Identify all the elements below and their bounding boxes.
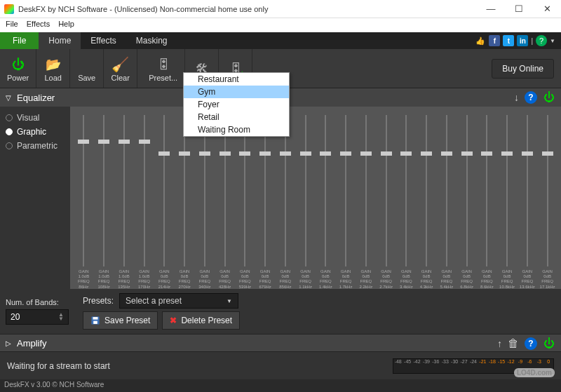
slider-thumb[interactable]: [300, 151, 311, 156]
tab-masking[interactable]: Masking: [126, 32, 177, 49]
buy-online-button[interactable]: Buy Online: [492, 59, 554, 79]
dropdown-item[interactable]: Gym: [184, 86, 289, 98]
slider-thumb[interactable]: [98, 140, 109, 144]
save-button[interactable]: Save: [70, 49, 104, 88]
slider-thumb[interactable]: [239, 151, 250, 156]
slider-thumb[interactable]: [280, 151, 291, 156]
dropdown-item[interactable]: Waiting Room: [184, 123, 289, 136]
num-bands-input[interactable]: 20 ▲▼: [6, 309, 69, 325]
save-preset-button[interactable]: Save Preset: [83, 311, 158, 330]
slider-thumb[interactable]: [421, 151, 432, 156]
slider-thumb[interactable]: [381, 151, 392, 156]
dropdown-item[interactable]: Restaurant: [184, 73, 289, 86]
tab-effects[interactable]: Effects: [81, 32, 126, 49]
equalizer-power-icon[interactable]: ⏻: [543, 91, 555, 104]
facebook-icon[interactable]: f: [489, 35, 500, 46]
spinner-icon[interactable]: ▲▼: [58, 313, 64, 320]
band-slider[interactable]: GAIN0dBFREQ6.8kHz: [457, 112, 476, 286]
meter-tick: -42: [412, 359, 421, 364]
slider-thumb[interactable]: [340, 151, 351, 156]
load-button[interactable]: 📂 Load: [36, 49, 70, 88]
slider-thumb[interactable]: [542, 151, 553, 156]
band-label: GAIN0dBFREQ8.6kHz: [480, 269, 494, 286]
slider-thumb[interactable]: [461, 151, 473, 156]
amplify-help-icon[interactable]: ?: [525, 337, 537, 350]
band-label: GAIN0dBFREQ214Hz: [158, 269, 170, 286]
slider-track: [426, 115, 427, 266]
slider-track: [144, 115, 145, 266]
slider-thumb[interactable]: [139, 140, 150, 144]
band-slider[interactable]: GAIN0dBFREQ2.7kHz: [377, 112, 396, 286]
slider-thumb[interactable]: [400, 151, 412, 156]
dropdown-item[interactable]: Foyer: [184, 98, 289, 111]
slider-thumb[interactable]: [501, 151, 513, 156]
band-slider[interactable]: GAIN0dBFREQ539Hz: [236, 112, 255, 286]
band-slider[interactable]: GAIN0dBFREQ13.6kHz: [518, 112, 537, 286]
twitter-icon[interactable]: t: [503, 35, 514, 46]
eq-mode-label: Parametric: [17, 141, 58, 151]
band-slider[interactable]: GAIN0dBFREQ428Hz: [215, 112, 234, 286]
band-slider[interactable]: GAIN0dBFREQ5.4kHz: [438, 112, 457, 286]
slider-thumb[interactable]: [481, 151, 492, 156]
amplify-header[interactable]: ▷ Amplify ↑ 🗑 ? ⏻: [0, 334, 561, 352]
help-icon[interactable]: ?: [536, 35, 547, 46]
band-slider[interactable]: GAIN0dBFREQ8.6kHz: [478, 112, 496, 286]
slider-thumb[interactable]: [259, 151, 271, 156]
band-slider[interactable]: GAIN0dBFREQ270Hz: [175, 112, 194, 286]
trash-icon[interactable]: 🗑: [508, 337, 519, 350]
delete-preset-button[interactable]: ✖ Delete Preset: [162, 311, 240, 330]
menu-help[interactable]: Help: [54, 18, 79, 32]
linkedin-icon[interactable]: in: [517, 35, 528, 46]
move-down-icon[interactable]: ↓: [514, 92, 519, 103]
slider-thumb[interactable]: [199, 151, 210, 156]
power-button[interactable]: ⏻ Power: [0, 49, 36, 88]
eq-mode-visual[interactable]: Visual: [0, 111, 70, 125]
band-slider[interactable]: GAIN1.0dBFREQ86Hz: [74, 112, 93, 286]
slider-thumb[interactable]: [119, 140, 130, 144]
move-up-icon[interactable]: ↑: [497, 338, 502, 349]
like-icon[interactable]: 👍: [475, 35, 486, 46]
eq-mode-graphic[interactable]: Graphic: [0, 125, 70, 139]
maximize-button[interactable]: ☐: [505, 0, 533, 18]
dropdown-item[interactable]: Retail: [184, 111, 289, 123]
band-slider[interactable]: GAIN1.0dBFREQ108Hz: [95, 112, 114, 286]
menu-file[interactable]: File: [1, 18, 22, 32]
band-slider[interactable]: GAIN0dBFREQ1.4kHz: [316, 112, 335, 286]
amplify-power-icon[interactable]: ⏻: [543, 337, 555, 350]
menu-effects[interactable]: Effects: [22, 18, 54, 32]
help-dropdown-icon[interactable]: ▼: [550, 38, 555, 44]
band-slider[interactable]: GAIN0dBFREQ10.8kHz: [498, 112, 517, 286]
band-slider[interactable]: GAIN0dBFREQ4.3kHz: [417, 112, 436, 286]
slider-thumb[interactable]: [360, 151, 372, 156]
slider-track: [365, 115, 367, 266]
slider-thumb[interactable]: [320, 151, 331, 156]
band-slider[interactable]: GAIN0dBFREQ1.1kHz: [296, 112, 315, 286]
slider-thumb[interactable]: [441, 151, 452, 156]
clear-button[interactable]: 🧹 Clear: [104, 49, 137, 88]
band-slider[interactable]: GAIN0dBFREQ2.2kHz: [357, 112, 376, 286]
band-slider[interactable]: GAIN1.0dBFREQ135Hz: [115, 112, 134, 286]
close-button[interactable]: ✕: [533, 0, 561, 18]
amplify-title: Amplify: [17, 338, 47, 349]
band-slider[interactable]: GAIN0dBFREQ17.1kHz: [538, 112, 557, 286]
band-slider[interactable]: GAIN0dBFREQ679Hz: [256, 112, 275, 286]
eq-mode-parametric[interactable]: Parametric: [0, 139, 70, 153]
band-slider[interactable]: GAIN0dBFREQ3.4kHz: [397, 112, 416, 286]
band-slider[interactable]: GAIN0dBFREQ1.7kHz: [337, 112, 356, 286]
band-slider[interactable]: GAIN0dBFREQ214Hz: [155, 112, 174, 286]
tab-file[interactable]: File: [0, 32, 39, 49]
slider-thumb[interactable]: [522, 151, 533, 156]
slider-thumb[interactable]: [158, 151, 170, 156]
equalizer-help-icon[interactable]: ?: [525, 91, 537, 104]
band-slider[interactable]: GAIN1.0dBFREQ170Hz: [135, 112, 154, 286]
band-slider[interactable]: GAIN0dBFREQ856Hz: [276, 112, 295, 286]
band-slider[interactable]: GAIN0dBFREQ340Hz: [196, 112, 215, 286]
minimize-button[interactable]: —: [477, 0, 505, 18]
slider-thumb[interactable]: [78, 140, 89, 144]
slider-thumb[interactable]: [219, 151, 231, 156]
tab-home[interactable]: Home: [39, 32, 81, 49]
presets-button[interactable]: 🎛 Preset...: [142, 49, 185, 88]
preset-select[interactable]: Select a preset ▼: [119, 293, 238, 309]
slider-thumb[interactable]: [179, 151, 190, 156]
svg-rect-5: [93, 321, 97, 324]
